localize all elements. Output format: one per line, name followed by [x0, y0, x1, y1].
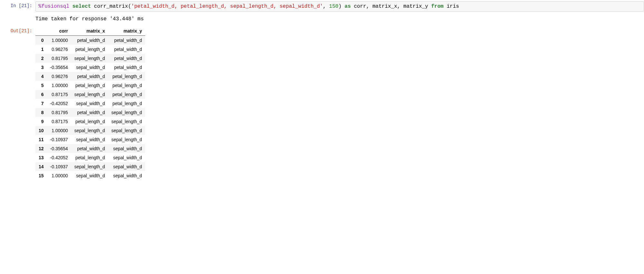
code-input[interactable]: %fusionsql select corr_matrix('petal_wid… — [35, 1, 644, 12]
cell-corr: 0.87175 — [47, 117, 71, 126]
row-index: 8 — [35, 108, 47, 117]
output-cell: Out[21]: corr matrix_x matrix_y 01.00000… — [0, 25, 644, 185]
table-header-matrix-y: matrix_y — [108, 26, 145, 36]
table-header-row: corr matrix_x matrix_y — [35, 26, 145, 36]
row-index: 14 — [35, 162, 47, 171]
table-row: 13-0.42052petal_length_dsepal_width_d — [35, 153, 145, 162]
cell-matrix-x: petal_width_d — [71, 144, 108, 153]
cell-corr: 0.81795 — [47, 108, 71, 117]
row-index: 13 — [35, 153, 47, 162]
cell-corr: -0.10937 — [47, 162, 71, 171]
cell-matrix-y: sepal_width_d — [108, 153, 145, 162]
table-header-corr: corr — [47, 26, 71, 36]
row-index: 12 — [35, 144, 47, 153]
table-row: 90.87175petal_length_dsepal_length_d — [35, 117, 145, 126]
table-row: 01.00000petal_width_dpetal_width_d — [35, 36, 145, 45]
table-row: 14-0.10937sepal_length_dsepal_width_d — [35, 162, 145, 171]
cell-corr: -0.42052 — [47, 153, 71, 162]
table-header-matrix-x: matrix_x — [71, 26, 108, 36]
table-row: 40.96276petal_width_dpetal_length_d — [35, 72, 145, 81]
row-index: 11 — [35, 135, 47, 144]
cell-matrix-y: sepal_width_d — [108, 144, 145, 153]
cell-corr: 0.87175 — [47, 90, 71, 99]
cell-matrix-x: petal_length_d — [71, 45, 108, 54]
cell-matrix-y: petal_length_d — [108, 99, 145, 108]
cell-matrix-x: petal_length_d — [71, 81, 108, 90]
cell-matrix-y: petal_width_d — [108, 45, 145, 54]
cell-matrix-y: sepal_length_d — [108, 126, 145, 135]
cell-corr: 1.00000 — [47, 126, 71, 135]
cell-matrix-y: petal_width_d — [108, 54, 145, 63]
cell-matrix-y: petal_width_d — [108, 63, 145, 72]
cell-matrix-x: sepal_width_d — [71, 171, 108, 180]
result-table: corr matrix_x matrix_y 01.00000petal_wid… — [35, 26, 145, 180]
table-row: 80.81795petal_width_dsepal_length_d — [35, 108, 145, 117]
cell-matrix-x: petal_width_d — [71, 72, 108, 81]
cell-matrix-y: petal_length_d — [108, 72, 145, 81]
row-index: 1 — [35, 45, 47, 54]
cell-matrix-x: sepal_width_d — [71, 99, 108, 108]
cell-corr: -0.35654 — [47, 63, 71, 72]
row-index: 6 — [35, 90, 47, 99]
code-from: from — [431, 4, 443, 9]
cell-matrix-x: sepal_length_d — [71, 162, 108, 171]
code-magic: %fusionsql — [38, 4, 69, 9]
cell-matrix-y: petal_width_d — [108, 36, 145, 45]
cell-corr: 0.96276 — [47, 45, 71, 54]
table-row: 11-0.10937sepal_width_dsepal_length_d — [35, 135, 145, 144]
cell-matrix-y: petal_length_d — [108, 90, 145, 99]
cell-matrix-y: sepal_length_d — [108, 108, 145, 117]
code-select: select — [72, 4, 91, 9]
table-row: 20.81795sepal_length_dpetal_width_d — [35, 54, 145, 63]
row-index: 4 — [35, 72, 47, 81]
table-row: 51.00000petal_length_dpetal_length_d — [35, 81, 145, 90]
cell-corr: -0.10937 — [47, 135, 71, 144]
empty-prompt — [0, 14, 35, 24]
input-cell: In [21]: %fusionsql select corr_matrix('… — [0, 0, 644, 13]
code-num-arg: 150 — [329, 4, 339, 9]
output-area: corr matrix_x matrix_y 01.00000petal_wid… — [35, 26, 644, 183]
input-prompt: In [21]: — [0, 1, 35, 12]
row-index: 9 — [35, 117, 47, 126]
cell-corr: -0.42052 — [47, 99, 71, 108]
row-index: 0 — [35, 36, 47, 45]
row-index: 2 — [35, 54, 47, 63]
row-index: 5 — [35, 81, 47, 90]
cell-matrix-x: sepal_length_d — [71, 126, 108, 135]
row-index: 3 — [35, 63, 47, 72]
cell-matrix-y: sepal_length_d — [108, 135, 145, 144]
table-row: 151.00000sepal_width_dsepal_width_d — [35, 171, 145, 180]
table-row: 10.96276petal_length_dpetal_width_d — [35, 45, 145, 54]
cell-matrix-y: petal_length_d — [108, 81, 145, 90]
row-index: 10 — [35, 126, 47, 135]
cell-corr: 1.00000 — [47, 171, 71, 180]
stdout-cell: Time taken for response '43.448' ms — [0, 13, 644, 25]
cell-matrix-x: sepal_length_d — [71, 54, 108, 63]
cell-corr: 0.96276 — [47, 72, 71, 81]
cell-matrix-y: sepal_length_d — [108, 117, 145, 126]
code-func: corr_matrix( — [94, 4, 131, 9]
output-prompt: Out[21]: — [0, 26, 35, 183]
cell-matrix-x: petal_length_d — [71, 117, 108, 126]
cell-matrix-y: sepal_width_d — [108, 171, 145, 180]
cell-corr: -0.35654 — [47, 144, 71, 153]
table-row: 3-0.35654sepal_width_dpetal_width_d — [35, 63, 145, 72]
code-string-arg: 'petal_width_d, petal_length_d, sepal_le… — [131, 4, 323, 9]
code-as: as — [345, 4, 351, 9]
cell-corr: 1.00000 — [47, 81, 71, 90]
cell-matrix-x: petal_width_d — [71, 108, 108, 117]
cell-corr: 0.81795 — [47, 54, 71, 63]
cell-matrix-x: petal_width_d — [71, 36, 108, 45]
table-header-index — [35, 26, 47, 36]
stdout-text: Time taken for response '43.448' ms — [35, 14, 644, 24]
cell-matrix-x: sepal_width_d — [71, 135, 108, 144]
table-row: 12-0.35654petal_width_dsepal_width_d — [35, 144, 145, 153]
table-row: 7-0.42052sepal_width_dpetal_length_d — [35, 99, 145, 108]
cell-matrix-x: sepal_length_d — [71, 90, 108, 99]
cell-matrix-y: sepal_width_d — [108, 162, 145, 171]
row-index: 15 — [35, 171, 47, 180]
table-row: 101.00000sepal_length_dsepal_length_d — [35, 126, 145, 135]
cell-matrix-x: petal_length_d — [71, 153, 108, 162]
cell-matrix-x: sepal_width_d — [71, 63, 108, 72]
table-row: 60.87175sepal_length_dpetal_length_d — [35, 90, 145, 99]
